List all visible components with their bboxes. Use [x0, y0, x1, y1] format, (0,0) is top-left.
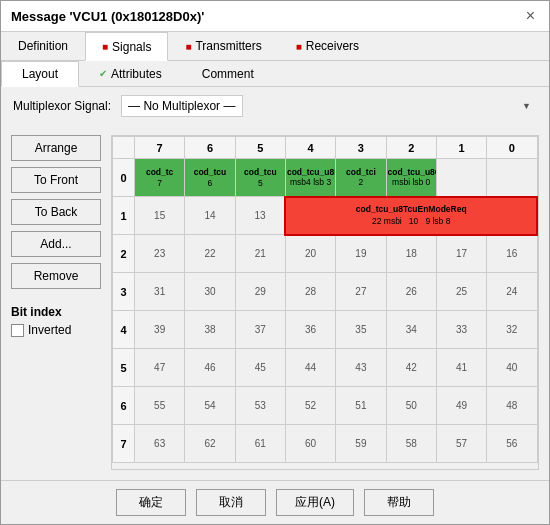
remove-button[interactable]: Remove [11, 263, 101, 289]
title-bar: Message 'VCU1 (0x180128D0x)' × [1, 1, 549, 32]
grid-cell[interactable]: cod_tc7 [135, 159, 185, 197]
tab-transmitters[interactable]: ■ Transmitters [168, 32, 278, 60]
grid-cell[interactable]: 53 [235, 387, 285, 425]
grid-cell[interactable]: cod_tcu6 [185, 159, 235, 197]
grid-cell[interactable]: 26 [386, 273, 436, 311]
grid-cell[interactable]: 61 [235, 425, 285, 463]
grid-cell[interactable]: 14 [185, 197, 235, 235]
col-header-4: 4 [285, 137, 335, 159]
grid-cell[interactable]: 27 [336, 273, 386, 311]
confirm-button[interactable]: 确定 [116, 489, 186, 516]
grid-cell[interactable]: 37 [235, 311, 285, 349]
multiplexor-row: Multiplexor Signal: — No Multiplexor — [1, 87, 549, 125]
grid-cell[interactable]: 50 [386, 387, 436, 425]
grid-cell[interactable]: 60 [285, 425, 335, 463]
bit-grid: 7 6 5 4 3 2 1 0 [112, 136, 538, 463]
grid-cell[interactable]: 24 [487, 273, 537, 311]
help-button[interactable]: 帮助 [364, 489, 434, 516]
sub-tabs: Layout ✔ Attributes Comment [1, 61, 549, 87]
grid-cell[interactable]: 38 [185, 311, 235, 349]
table-row: 22322212019181716 [113, 235, 538, 273]
grid-cell[interactable]: 44 [285, 349, 335, 387]
grid-cell[interactable]: 45 [235, 349, 285, 387]
grid-header-row: 7 6 5 4 3 2 1 0 [113, 137, 538, 159]
grid-cell[interactable]: 30 [185, 273, 235, 311]
grid-cell[interactable]: 58 [386, 425, 436, 463]
table-row: 65554535251504948 [113, 387, 538, 425]
tab-signals[interactable]: ■ Signals [85, 32, 168, 61]
bit-index-section: Bit index Inverted [11, 305, 101, 337]
sub-tab-layout[interactable]: Layout [1, 61, 79, 87]
main-window: Message 'VCU1 (0x180128D0x)' × Definitio… [0, 0, 550, 525]
tab-definition[interactable]: Definition [1, 32, 85, 60]
grid-cell[interactable]: 59 [336, 425, 386, 463]
grid-cell[interactable]: cod_tci2 [336, 159, 386, 197]
grid-cell[interactable]: 28 [285, 273, 335, 311]
grid-cell[interactable]: 17 [436, 235, 486, 273]
cancel-button[interactable]: 取消 [196, 489, 266, 516]
grid-cell[interactable]: 34 [386, 311, 436, 349]
to-front-button[interactable]: To Front [11, 167, 101, 193]
grid-cell[interactable]: 36 [285, 311, 335, 349]
grid-cell[interactable]: 62 [185, 425, 235, 463]
grid-cell[interactable]: 13 [235, 197, 285, 235]
grid-cell[interactable]: 47 [135, 349, 185, 387]
grid-cell[interactable] [436, 159, 486, 197]
grid-cell[interactable]: 23 [135, 235, 185, 273]
grid-scroll[interactable]: 7 6 5 4 3 2 1 0 [112, 136, 538, 469]
arrange-button[interactable]: Arrange [11, 135, 101, 161]
add-button[interactable]: Add... [11, 231, 101, 257]
main-tabs: Definition ■ Signals ■ Transmitters ■ Re… [1, 32, 549, 61]
grid-cell[interactable]: 63 [135, 425, 185, 463]
grid-cell[interactable]: 31 [135, 273, 185, 311]
grid-cell[interactable]: 19 [336, 235, 386, 273]
footer: 确定 取消 应用(A) 帮助 [1, 480, 549, 524]
grid-cell[interactable]: 51 [336, 387, 386, 425]
grid-cell[interactable]: 57 [436, 425, 486, 463]
grid-cell[interactable]: 20 [285, 235, 335, 273]
grid-cell[interactable]: 52 [285, 387, 335, 425]
grid-cell[interactable]: 33 [436, 311, 486, 349]
grid-cell[interactable]: 46 [185, 349, 235, 387]
grid-cell[interactable]: 41 [436, 349, 486, 387]
sub-tab-comment[interactable]: Comment [182, 61, 274, 86]
col-header-7: 7 [135, 137, 185, 159]
sub-tab-attributes[interactable]: ✔ Attributes [79, 61, 182, 86]
table-row: 76362616059585756 [113, 425, 538, 463]
grid-cell[interactable]: cod_tcu5 [235, 159, 285, 197]
grid-cell[interactable] [487, 159, 537, 197]
col-header-1: 1 [436, 137, 486, 159]
grid-wrapper: 7 6 5 4 3 2 1 0 [111, 135, 539, 470]
inverted-checkbox[interactable] [11, 324, 24, 337]
grid-cell[interactable]: 22 [185, 235, 235, 273]
grid-cell[interactable]: 56 [487, 425, 537, 463]
grid-cell[interactable]: 29 [235, 273, 285, 311]
grid-cell[interactable]: 48 [487, 387, 537, 425]
grid-cell[interactable]: 21 [235, 235, 285, 273]
apply-button[interactable]: 应用(A) [276, 489, 354, 516]
grid-cell[interactable]: 49 [436, 387, 486, 425]
grid-cell[interactable]: 15 [135, 197, 185, 235]
grid-cell[interactable]: 42 [386, 349, 436, 387]
table-row: 43938373635343332 [113, 311, 538, 349]
grid-cell[interactable]: 40 [487, 349, 537, 387]
multiplexor-select[interactable]: — No Multiplexor — [121, 95, 243, 117]
grid-cell[interactable]: 32 [487, 311, 537, 349]
close-button[interactable]: × [522, 7, 539, 25]
grid-cell[interactable]: 25 [436, 273, 486, 311]
col-header-2: 2 [386, 137, 436, 159]
grid-cell[interactable]: cod_tcu_u8Gemsbi lsb 0 [386, 159, 436, 197]
grid-cell[interactable]: 39 [135, 311, 185, 349]
grid-cell[interactable]: 43 [336, 349, 386, 387]
grid-cell[interactable]: 16 [487, 235, 537, 273]
grid-cell[interactable]: 18 [386, 235, 436, 273]
to-back-button[interactable]: To Back [11, 199, 101, 225]
grid-cell[interactable]: 54 [185, 387, 235, 425]
grid-cell[interactable]: 35 [336, 311, 386, 349]
grid-area: 7 6 5 4 3 2 1 0 [111, 125, 539, 480]
multiplexor-select-wrapper: — No Multiplexor — [121, 95, 537, 117]
grid-cell[interactable]: cod_tcu_u8Momsb4 lsb 3 [285, 159, 335, 197]
tab-receivers[interactable]: ■ Receivers [279, 32, 376, 60]
grid-cell[interactable]: 55 [135, 387, 185, 425]
grid-cell-red[interactable]: cod_tcu_u8TcuEnModeReq22 msbi 10 9 lsb 8 [285, 197, 537, 235]
